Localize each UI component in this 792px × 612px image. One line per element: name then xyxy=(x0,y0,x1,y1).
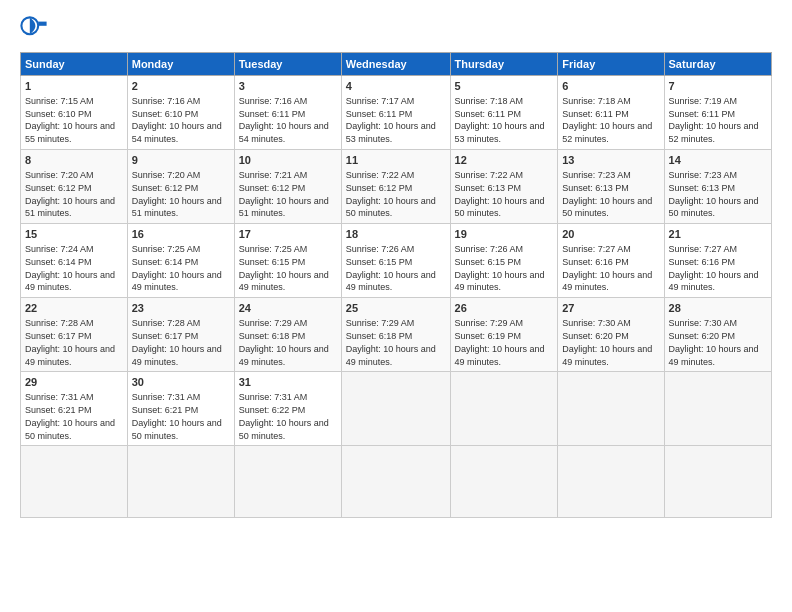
day-number: 27 xyxy=(562,301,659,316)
weekday-header-wednesday: Wednesday xyxy=(341,53,450,76)
logo-icon xyxy=(20,16,48,44)
day-info: Sunrise: 7:18 AMSunset: 6:11 PMDaylight:… xyxy=(562,96,652,144)
day-cell-8: 8Sunrise: 7:20 AMSunset: 6:12 PMDaylight… xyxy=(21,150,128,224)
day-info: Sunrise: 7:16 AMSunset: 6:10 PMDaylight:… xyxy=(132,96,222,144)
day-number: 24 xyxy=(239,301,337,316)
day-cell-9: 9Sunrise: 7:20 AMSunset: 6:12 PMDaylight… xyxy=(127,150,234,224)
day-number: 3 xyxy=(239,79,337,94)
svg-point-0 xyxy=(21,17,38,34)
day-number: 5 xyxy=(455,79,554,94)
day-info: Sunrise: 7:30 AMSunset: 6:20 PMDaylight:… xyxy=(669,318,759,366)
day-number: 15 xyxy=(25,227,123,242)
day-cell-16: 16Sunrise: 7:25 AMSunset: 6:14 PMDayligh… xyxy=(127,224,234,298)
day-cell-10: 10Sunrise: 7:21 AMSunset: 6:12 PMDayligh… xyxy=(234,150,341,224)
calendar-page: SundayMondayTuesdayWednesdayThursdayFrid… xyxy=(0,0,792,612)
empty-cell xyxy=(664,446,771,518)
day-info: Sunrise: 7:26 AMSunset: 6:15 PMDaylight:… xyxy=(346,244,436,292)
day-number: 29 xyxy=(25,375,123,390)
day-cell-11: 11Sunrise: 7:22 AMSunset: 6:12 PMDayligh… xyxy=(341,150,450,224)
day-cell-22: 22Sunrise: 7:28 AMSunset: 6:17 PMDayligh… xyxy=(21,298,128,372)
empty-cell xyxy=(450,446,558,518)
weekday-header-friday: Friday xyxy=(558,53,664,76)
day-number: 4 xyxy=(346,79,446,94)
day-info: Sunrise: 7:24 AMSunset: 6:14 PMDaylight:… xyxy=(25,244,115,292)
day-info: Sunrise: 7:25 AMSunset: 6:15 PMDaylight:… xyxy=(239,244,329,292)
day-cell-30: 30Sunrise: 7:31 AMSunset: 6:21 PMDayligh… xyxy=(127,372,234,446)
calendar-week-3: 15Sunrise: 7:24 AMSunset: 6:14 PMDayligh… xyxy=(21,224,772,298)
day-number: 10 xyxy=(239,153,337,168)
day-info: Sunrise: 7:29 AMSunset: 6:18 PMDaylight:… xyxy=(239,318,329,366)
day-cell-26: 26Sunrise: 7:29 AMSunset: 6:19 PMDayligh… xyxy=(450,298,558,372)
day-number: 30 xyxy=(132,375,230,390)
day-number: 2 xyxy=(132,79,230,94)
day-info: Sunrise: 7:22 AMSunset: 6:12 PMDaylight:… xyxy=(346,170,436,218)
day-info: Sunrise: 7:20 AMSunset: 6:12 PMDaylight:… xyxy=(25,170,115,218)
day-number: 12 xyxy=(455,153,554,168)
day-info: Sunrise: 7:27 AMSunset: 6:16 PMDaylight:… xyxy=(669,244,759,292)
day-number: 26 xyxy=(455,301,554,316)
calendar-week-2: 8Sunrise: 7:20 AMSunset: 6:12 PMDaylight… xyxy=(21,150,772,224)
empty-cell xyxy=(450,372,558,446)
calendar-body: 1Sunrise: 7:15 AMSunset: 6:10 PMDaylight… xyxy=(21,76,772,518)
calendar-table: SundayMondayTuesdayWednesdayThursdayFrid… xyxy=(20,52,772,518)
day-number: 23 xyxy=(132,301,230,316)
day-info: Sunrise: 7:28 AMSunset: 6:17 PMDaylight:… xyxy=(132,318,222,366)
day-number: 11 xyxy=(346,153,446,168)
empty-cell xyxy=(558,446,664,518)
day-cell-24: 24Sunrise: 7:29 AMSunset: 6:18 PMDayligh… xyxy=(234,298,341,372)
day-cell-18: 18Sunrise: 7:26 AMSunset: 6:15 PMDayligh… xyxy=(341,224,450,298)
calendar-week-6 xyxy=(21,446,772,518)
day-cell-27: 27Sunrise: 7:30 AMSunset: 6:20 PMDayligh… xyxy=(558,298,664,372)
calendar-header: SundayMondayTuesdayWednesdayThursdayFrid… xyxy=(21,53,772,76)
day-cell-7: 7Sunrise: 7:19 AMSunset: 6:11 PMDaylight… xyxy=(664,76,771,150)
empty-cell xyxy=(234,446,341,518)
day-number: 8 xyxy=(25,153,123,168)
day-info: Sunrise: 7:28 AMSunset: 6:17 PMDaylight:… xyxy=(25,318,115,366)
day-info: Sunrise: 7:16 AMSunset: 6:11 PMDaylight:… xyxy=(239,96,329,144)
day-number: 22 xyxy=(25,301,123,316)
day-cell-1: 1Sunrise: 7:15 AMSunset: 6:10 PMDaylight… xyxy=(21,76,128,150)
empty-cell xyxy=(21,446,128,518)
day-cell-25: 25Sunrise: 7:29 AMSunset: 6:18 PMDayligh… xyxy=(341,298,450,372)
day-cell-19: 19Sunrise: 7:26 AMSunset: 6:15 PMDayligh… xyxy=(450,224,558,298)
day-info: Sunrise: 7:29 AMSunset: 6:18 PMDaylight:… xyxy=(346,318,436,366)
day-info: Sunrise: 7:31 AMSunset: 6:21 PMDaylight:… xyxy=(25,392,115,440)
day-info: Sunrise: 7:25 AMSunset: 6:14 PMDaylight:… xyxy=(132,244,222,292)
day-cell-3: 3Sunrise: 7:16 AMSunset: 6:11 PMDaylight… xyxy=(234,76,341,150)
day-cell-5: 5Sunrise: 7:18 AMSunset: 6:11 PMDaylight… xyxy=(450,76,558,150)
day-number: 25 xyxy=(346,301,446,316)
weekday-header-thursday: Thursday xyxy=(450,53,558,76)
day-info: Sunrise: 7:23 AMSunset: 6:13 PMDaylight:… xyxy=(562,170,652,218)
day-info: Sunrise: 7:21 AMSunset: 6:12 PMDaylight:… xyxy=(239,170,329,218)
logo xyxy=(20,16,52,44)
day-info: Sunrise: 7:31 AMSunset: 6:22 PMDaylight:… xyxy=(239,392,329,440)
day-info: Sunrise: 7:15 AMSunset: 6:10 PMDaylight:… xyxy=(25,96,115,144)
empty-cell xyxy=(558,372,664,446)
day-cell-15: 15Sunrise: 7:24 AMSunset: 6:14 PMDayligh… xyxy=(21,224,128,298)
day-number: 13 xyxy=(562,153,659,168)
calendar-week-5: 29Sunrise: 7:31 AMSunset: 6:21 PMDayligh… xyxy=(21,372,772,446)
weekday-header-tuesday: Tuesday xyxy=(234,53,341,76)
day-cell-29: 29Sunrise: 7:31 AMSunset: 6:21 PMDayligh… xyxy=(21,372,128,446)
calendar-week-1: 1Sunrise: 7:15 AMSunset: 6:10 PMDaylight… xyxy=(21,76,772,150)
day-cell-6: 6Sunrise: 7:18 AMSunset: 6:11 PMDaylight… xyxy=(558,76,664,150)
weekday-row: SundayMondayTuesdayWednesdayThursdayFrid… xyxy=(21,53,772,76)
day-cell-12: 12Sunrise: 7:22 AMSunset: 6:13 PMDayligh… xyxy=(450,150,558,224)
day-info: Sunrise: 7:26 AMSunset: 6:15 PMDaylight:… xyxy=(455,244,545,292)
day-info: Sunrise: 7:22 AMSunset: 6:13 PMDaylight:… xyxy=(455,170,545,218)
day-info: Sunrise: 7:20 AMSunset: 6:12 PMDaylight:… xyxy=(132,170,222,218)
day-cell-17: 17Sunrise: 7:25 AMSunset: 6:15 PMDayligh… xyxy=(234,224,341,298)
day-number: 21 xyxy=(669,227,767,242)
day-cell-4: 4Sunrise: 7:17 AMSunset: 6:11 PMDaylight… xyxy=(341,76,450,150)
empty-cell xyxy=(664,372,771,446)
day-number: 31 xyxy=(239,375,337,390)
day-info: Sunrise: 7:17 AMSunset: 6:11 PMDaylight:… xyxy=(346,96,436,144)
day-number: 1 xyxy=(25,79,123,94)
empty-cell xyxy=(341,446,450,518)
day-cell-31: 31Sunrise: 7:31 AMSunset: 6:22 PMDayligh… xyxy=(234,372,341,446)
calendar-week-4: 22Sunrise: 7:28 AMSunset: 6:17 PMDayligh… xyxy=(21,298,772,372)
day-cell-2: 2Sunrise: 7:16 AMSunset: 6:10 PMDaylight… xyxy=(127,76,234,150)
day-info: Sunrise: 7:30 AMSunset: 6:20 PMDaylight:… xyxy=(562,318,652,366)
day-number: 17 xyxy=(239,227,337,242)
day-number: 20 xyxy=(562,227,659,242)
